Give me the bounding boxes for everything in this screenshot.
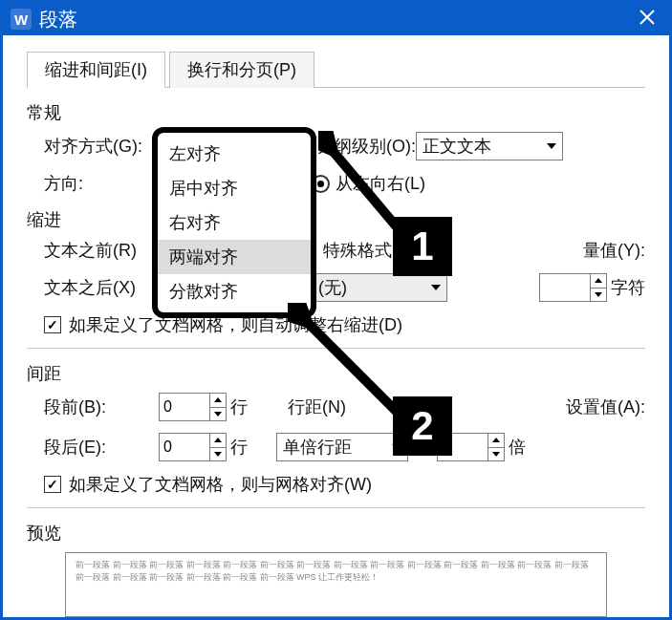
dialog-title: 段落 — [39, 7, 633, 32]
tab-line-page-break[interactable]: 换行和分页(P) — [169, 52, 314, 88]
outline-level-value: 正文文本 — [423, 135, 491, 158]
special-combo[interactable]: (无) — [312, 273, 447, 302]
up-arrow-icon — [214, 397, 222, 402]
tab-bar: 缩进和间距(I) 换行和分页(P) — [27, 51, 645, 88]
row-auto-indent: 如果定义了文档网格，则自动调整右缩进(D) — [27, 313, 645, 336]
line-spacing-value: 单倍行距 — [283, 436, 352, 459]
before-spinner[interactable] — [159, 393, 227, 421]
row-before: 段前(B): 行 行距(N) 设置值(A): — [27, 393, 645, 421]
titlebar: W 段落 — [3, 3, 669, 35]
unit-bei: 倍 — [509, 436, 526, 459]
close-button[interactable] — [633, 7, 661, 32]
dialog-body: 缩进和间距(I) 换行和分页(P) 常规 对齐方式(G): 两端对齐 大纲级别(… — [3, 35, 669, 617]
down-arrow-icon — [492, 452, 500, 457]
row-alignment: 对齐方式(G): 两端对齐 大纲级别(O): 正文文本 — [27, 132, 645, 160]
paragraph-dialog: W 段落 缩进和间距(I) 换行和分页(P) 常规 对齐方式(G): 两端对齐 … — [0, 0, 672, 620]
app-w-icon: W — [11, 9, 32, 30]
label-outline-level: 大纲级别(O): — [317, 135, 416, 158]
dropdown-arrow-icon — [547, 143, 556, 149]
radio-ltr[interactable]: 从左向右(L) — [312, 172, 425, 195]
section-general-label: 常规 — [27, 101, 645, 124]
label-line-spacing: 行距(N) — [288, 396, 346, 418]
down-arrow-icon — [214, 452, 222, 457]
section-preview-label: 预览 — [27, 522, 645, 545]
alignment-option[interactable]: 右对齐 — [158, 205, 311, 240]
outline-level-combo[interactable]: 正文文本 — [416, 132, 563, 160]
label-at-value: 设置值(A): — [566, 396, 645, 418]
label-by-value: 量值(Y): — [583, 239, 645, 262]
spinner-buttons[interactable] — [590, 274, 606, 301]
checkbox-snap-grid[interactable]: 如果定义了文档网格，则与网格对齐(W) — [44, 473, 372, 496]
alignment-option[interactable]: 分散对齐 — [158, 274, 311, 309]
label-before: 段前(B): — [44, 396, 159, 418]
divider — [27, 348, 645, 349]
dropdown-arrow-icon — [431, 285, 441, 290]
row-text-before: 文本之前(R) 特殊格式 量值(Y): — [27, 239, 645, 262]
alignment-option[interactable]: 两端对齐 — [158, 240, 311, 274]
unit-line: 行 — [230, 436, 248, 459]
up-arrow-icon — [595, 278, 602, 283]
label-after: 段后(E): — [44, 436, 159, 459]
spinner-buttons[interactable] — [209, 434, 226, 460]
after-input[interactable] — [160, 434, 209, 460]
alignment-dropdown[interactable]: 左对齐 居中对齐 右对齐 两端对齐 分散对齐 — [152, 127, 316, 318]
section-spacing-label: 间距 — [27, 362, 645, 385]
down-arrow-icon — [595, 292, 602, 297]
alignment-option[interactable]: 左对齐 — [158, 137, 311, 171]
close-icon — [639, 9, 656, 26]
by-value-spinner[interactable] — [539, 273, 607, 302]
checkbox-icon — [44, 316, 61, 333]
up-arrow-icon — [492, 438, 500, 442]
tab-indent-spacing[interactable]: 缩进和间距(I) — [27, 52, 165, 88]
row-snap: 如果定义了文档网格，则与网格对齐(W) — [27, 473, 645, 496]
label-text-before: 文本之前(R) — [44, 239, 159, 262]
before-input[interactable] — [160, 394, 209, 420]
label-direction: 方向: — [44, 172, 159, 195]
row-text-after: 文本之后(X) (无) 字符 — [27, 273, 645, 302]
label-alignment: 对齐方式(G): — [44, 135, 159, 158]
radio-ltr-label: 从左向右(L) — [336, 172, 425, 195]
divider — [27, 507, 645, 508]
row-after: 段后(E): 行 单倍行距 倍 — [27, 433, 645, 461]
down-arrow-icon — [214, 412, 222, 417]
up-arrow-icon — [214, 438, 222, 442]
unit-line: 行 — [230, 396, 248, 418]
callout-marker-2: 2 — [393, 396, 452, 456]
special-combo-value: (无) — [318, 276, 347, 299]
checkbox-snap-label: 如果定义了文档网格，则与网格对齐(W) — [69, 473, 372, 496]
callout-marker-1: 1 — [393, 217, 452, 276]
line-spacing-combo[interactable]: 单倍行距 — [276, 433, 408, 461]
row-direction: 方向: 从左向右(L) — [27, 172, 645, 195]
label-text-after: 文本之后(X) — [44, 276, 159, 299]
label-special: 特殊格式 — [323, 239, 392, 262]
by-value-input[interactable] — [540, 274, 590, 301]
checkbox-icon — [44, 476, 61, 493]
spinner-buttons[interactable] — [209, 394, 226, 420]
after-spinner[interactable] — [159, 433, 227, 461]
preview-box: 前一段落 前一段落 前一段落 前一段落 前一段落 前一段落 前一段落 前一段落 … — [65, 552, 607, 617]
spinner-buttons[interactable] — [488, 434, 504, 460]
unit-char: 字符 — [611, 276, 645, 299]
alignment-option[interactable]: 居中对齐 — [158, 171, 311, 205]
section-indent-label: 缩进 — [27, 208, 645, 231]
